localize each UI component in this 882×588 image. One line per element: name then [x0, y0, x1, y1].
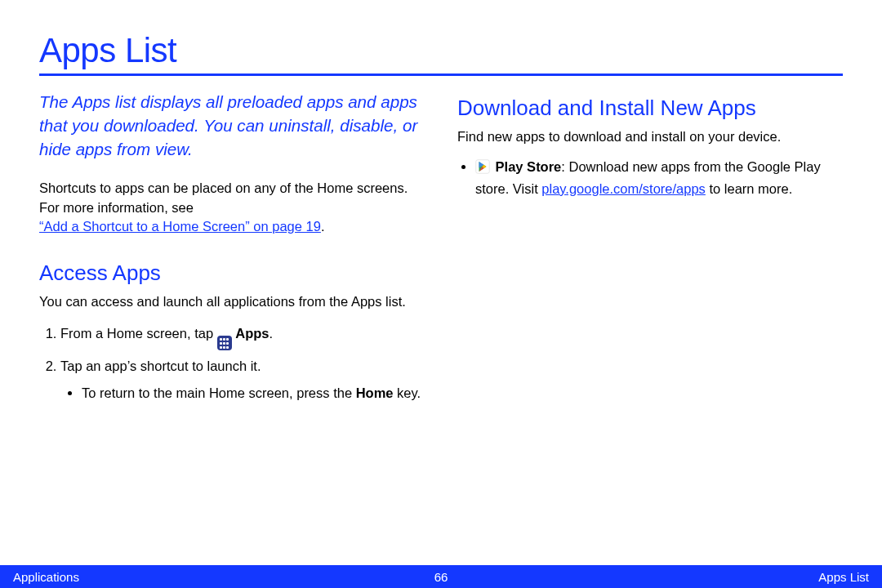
download-heading: Download and Install New Apps	[457, 96, 843, 121]
access-apps-intro: You can access and launch all applicatio…	[39, 292, 425, 311]
period: .	[321, 219, 325, 234]
access-steps-list: From a Home screen, tap Apps. Tap an app…	[39, 323, 425, 403]
shortcut-paragraph: Shortcuts to apps can be placed on any o…	[39, 179, 425, 235]
left-column: The Apps list displays all preloaded app…	[39, 91, 425, 410]
step2-text: Tap an app’s shortcut to launch it.	[60, 359, 261, 373]
page-title: Apps List	[39, 31, 843, 70]
title-rule	[39, 74, 843, 76]
play-store-icon	[475, 159, 490, 180]
footer-page-number: 66	[434, 570, 448, 584]
download-bullet-list: Play Store: Download new apps from the G…	[457, 158, 843, 199]
play-store-text-2: to learn more.	[706, 181, 792, 196]
step1-bold: Apps	[235, 326, 269, 341]
footer-left: Applications	[13, 570, 79, 584]
step2-sub-bold: Home	[356, 385, 394, 400]
play-store-bullet: Play Store: Download new apps from the G…	[475, 158, 843, 199]
step2-sub-post: key.	[394, 385, 421, 400]
footer-right: Apps List	[818, 570, 869, 584]
download-intro: Find new apps to download and install on…	[457, 127, 843, 146]
footer-bar: Applications 66 Apps List	[0, 565, 882, 588]
play-store-link[interactable]: play.google.com/store/apps	[541, 181, 706, 196]
apps-grid-icon	[217, 336, 232, 350]
step1-post: .	[270, 326, 274, 341]
step2-sublist: To return to the main Home screen, press…	[60, 382, 425, 403]
play-store-label: Play Store	[496, 159, 562, 174]
intro-paragraph: The Apps list displays all preloaded app…	[39, 91, 425, 161]
step-2: Tap an app’s shortcut to launch it. To r…	[60, 355, 425, 403]
step2-sub-pre: To return to the main Home screen, press…	[82, 385, 356, 400]
access-apps-heading: Access Apps	[39, 261, 425, 286]
cross-ref-link[interactable]: “Add a Shortcut to a Home Screen” on pag…	[39, 219, 321, 234]
shortcut-text: Shortcuts to apps can be placed on any o…	[39, 180, 408, 214]
step1-pre: From a Home screen, tap	[60, 326, 217, 341]
step-1: From a Home screen, tap Apps.	[60, 323, 425, 351]
step2-sub-item: To return to the main Home screen, press…	[82, 382, 425, 403]
right-column: Download and Install New Apps Find new a…	[457, 91, 843, 410]
